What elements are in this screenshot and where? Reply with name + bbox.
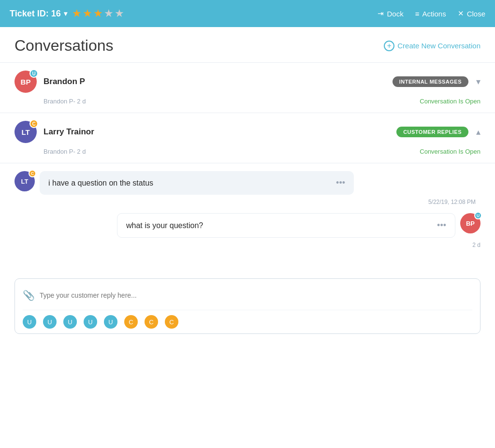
conv-status-2: Conversation Is Open xyxy=(420,148,480,155)
message-thread: LT C i have a question on the status •••… xyxy=(15,163,480,264)
ticket-chevron-icon[interactable]: ▾ xyxy=(64,10,67,17)
star-4[interactable]: ★ xyxy=(104,7,114,20)
header-left: Ticket ID: 16 ▾ ★ ★ ★ ★ ★ xyxy=(10,7,124,20)
tag-customer-2: CUSTOMER REPLIES xyxy=(396,127,468,137)
dock-icon: ⇥ xyxy=(378,9,384,18)
actions-icon: ≡ xyxy=(415,10,420,18)
page-title-row: Conversations + Create New Conversation xyxy=(0,27,495,63)
dock-label: Dock xyxy=(387,10,403,18)
avatar-initials: BP xyxy=(21,78,31,86)
toolbar-icon-1[interactable]: U xyxy=(23,315,36,329)
conv-meta-1: Brandon P- 2 d Conversation Is Open xyxy=(15,98,480,105)
close-icon: ✕ xyxy=(458,9,464,18)
toolbar-icon-8[interactable]: C xyxy=(165,315,178,329)
message-bubble-right: what is your question? ••• xyxy=(117,213,455,238)
msg-badge-c: C xyxy=(29,170,36,177)
conv-name-1: Brandon P xyxy=(44,77,85,87)
reply-box: 📎 U U U U U C C C xyxy=(15,278,480,334)
conv-meta-left-1: Brandon P- 2 d xyxy=(44,98,86,105)
reply-toolbar: U U U U U C C C xyxy=(23,310,472,329)
conversation-header-2[interactable]: LT C Larry Trainor CUSTOMER REPLIES ▴ xyxy=(15,121,480,143)
dock-button[interactable]: ⇥ Dock xyxy=(378,9,403,18)
close-label: Close xyxy=(467,10,485,18)
star-2[interactable]: ★ xyxy=(83,7,92,20)
page-title: Conversations xyxy=(15,37,114,55)
reply-input-row: 📎 xyxy=(23,286,472,305)
conv-right-2: CUSTOMER REPLIES ▴ xyxy=(396,127,480,137)
actions-label: Actions xyxy=(422,10,446,18)
close-button[interactable]: ✕ Close xyxy=(458,9,485,18)
msg-avatar-lt: LT C xyxy=(15,171,35,191)
toolbar-icon-3[interactable]: U xyxy=(63,315,77,329)
message-bubble-left: i have a question on the status ••• xyxy=(40,171,354,195)
conv-meta-2: Brandon P- 2 d Conversation Is Open xyxy=(15,148,480,155)
avatar-larry: LT C xyxy=(15,121,37,143)
message-timestamp-2: 2 d xyxy=(15,242,480,248)
avatar-brandon: BP U xyxy=(15,71,37,93)
star-1[interactable]: ★ xyxy=(72,7,82,20)
message-right-1: what is your question? ••• BP U xyxy=(15,213,480,238)
conversation-header-1[interactable]: BP U Brandon P INTERNAL MESSAGES ▾ xyxy=(15,71,480,93)
conversation-item-1: BP U Brandon P INTERNAL MESSAGES ▾ Brand… xyxy=(0,63,495,113)
conv-name-2: Larry Trainor xyxy=(44,127,94,137)
star-rating[interactable]: ★ ★ ★ ★ ★ xyxy=(72,7,124,20)
toolbar-icon-7[interactable]: C xyxy=(145,315,158,329)
conv-status-1: Conversation Is Open xyxy=(420,98,480,105)
message-text-2: what is your question? xyxy=(126,221,203,230)
message-timestamp-1: 5/22/19, 12:08 PM xyxy=(15,199,480,205)
create-new-label: Create New Conversation xyxy=(397,42,480,50)
conversations-area: BP U Brandon P INTERNAL MESSAGES ▾ Brand… xyxy=(0,63,495,448)
tag-internal-1: INTERNAL MESSAGES xyxy=(393,76,468,87)
conversation-expanded: LT C i have a question on the status •••… xyxy=(0,163,495,274)
toolbar-icon-2[interactable]: U xyxy=(43,315,57,329)
avatar-badge-c: C xyxy=(29,119,38,128)
header-right: ⇥ Dock ≡ Actions ✕ Close xyxy=(378,9,485,18)
toolbar-icon-6[interactable]: C xyxy=(124,315,138,329)
conv-left-1: BP U Brandon P xyxy=(15,71,85,93)
toolbar-icon-4[interactable]: U xyxy=(84,315,97,329)
conversation-item-2: LT C Larry Trainor CUSTOMER REPLIES ▴ Br… xyxy=(0,113,495,163)
star-3[interactable]: ★ xyxy=(93,7,103,20)
ticket-id-label: Ticket ID: 16 xyxy=(10,9,61,19)
reply-input[interactable] xyxy=(40,286,472,305)
conv-meta-left-2: Brandon P- 2 d xyxy=(44,148,86,155)
star-5[interactable]: ★ xyxy=(115,7,124,20)
chevron-down-icon-1[interactable]: ▾ xyxy=(476,76,480,87)
plus-circle-icon: + xyxy=(384,41,394,51)
msg-badge-u: U xyxy=(474,212,482,219)
avatar-initials-lt: LT xyxy=(21,128,29,136)
attachment-icon[interactable]: 📎 xyxy=(23,289,35,301)
chevron-up-icon-2[interactable]: ▴ xyxy=(476,127,480,137)
toolbar-icon-5[interactable]: U xyxy=(104,315,117,329)
message-left-1: LT C i have a question on the status ••• xyxy=(15,171,480,195)
header: Ticket ID: 16 ▾ ★ ★ ★ ★ ★ ⇥ Dock ≡ Actio… xyxy=(0,0,495,27)
message-options-icon-2[interactable]: ••• xyxy=(437,220,446,231)
create-new-button[interactable]: + Create New Conversation xyxy=(384,41,480,51)
conv-right-1: INTERNAL MESSAGES ▾ xyxy=(393,76,480,87)
ticket-id[interactable]: Ticket ID: 16 ▾ xyxy=(10,9,67,19)
main-content: Conversations + Create New Conversation … xyxy=(0,27,495,448)
actions-button[interactable]: ≡ Actions xyxy=(415,10,446,18)
avatar-badge-u: U xyxy=(29,69,38,78)
conv-left-2: LT C Larry Trainor xyxy=(15,121,94,143)
message-text-1: i have a question on the status xyxy=(48,179,153,188)
msg-avatar-bp: BP U xyxy=(460,213,480,233)
message-options-icon-1[interactable]: ••• xyxy=(336,178,345,188)
